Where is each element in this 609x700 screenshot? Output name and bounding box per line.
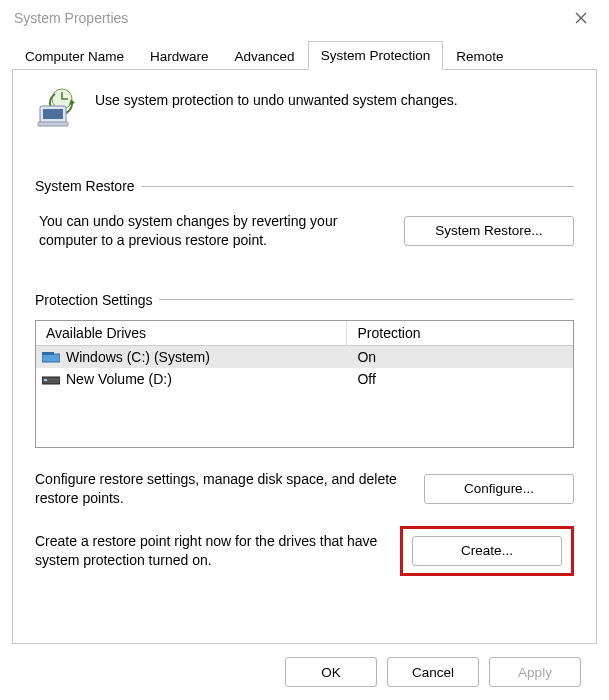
tab-computer-name[interactable]: Computer Name bbox=[12, 42, 137, 70]
configure-description: Configure restore settings, manage disk … bbox=[35, 470, 406, 508]
apply-button[interactable]: Apply bbox=[489, 657, 581, 687]
divider bbox=[141, 186, 574, 187]
col-header-protection[interactable]: Protection bbox=[347, 321, 573, 345]
drive-icon bbox=[42, 351, 60, 363]
tab-row: Computer Name Hardware Advanced System P… bbox=[12, 40, 597, 69]
drive-name: Windows (C:) (System) bbox=[66, 349, 210, 365]
intro-text: Use system protection to undo unwanted s… bbox=[95, 86, 458, 108]
configure-row: Configure restore settings, manage disk … bbox=[35, 470, 574, 508]
restore-description: You can undo system changes by reverting… bbox=[39, 212, 384, 250]
tab-advanced[interactable]: Advanced bbox=[222, 42, 308, 70]
drive-icon bbox=[42, 373, 60, 385]
group-settings-title: Protection Settings bbox=[35, 292, 153, 308]
system-properties-window: System Properties Computer Name Hardware… bbox=[0, 0, 609, 700]
tab-remote[interactable]: Remote bbox=[443, 42, 516, 70]
group-system-restore: System Restore You can undo system chang… bbox=[35, 178, 574, 280]
dialog-footer: OK Cancel Apply bbox=[12, 644, 597, 700]
svg-rect-5 bbox=[42, 354, 60, 362]
titlebar: System Properties bbox=[0, 0, 609, 36]
tab-system-protection[interactable]: System Protection bbox=[308, 41, 444, 70]
col-header-drives[interactable]: Available Drives bbox=[36, 321, 347, 345]
svg-rect-8 bbox=[44, 379, 47, 381]
system-protection-icon bbox=[35, 86, 79, 130]
tab-hardware[interactable]: Hardware bbox=[137, 42, 222, 70]
svg-rect-3 bbox=[43, 109, 63, 119]
drives-table: Available Drives Protection Windows (C:)… bbox=[35, 320, 574, 448]
table-row[interactable]: New Volume (D:) Off bbox=[36, 368, 573, 390]
drive-protection: Off bbox=[347, 371, 573, 387]
create-button[interactable]: Create... bbox=[412, 536, 562, 566]
drive-name: New Volume (D:) bbox=[66, 371, 172, 387]
svg-rect-6 bbox=[42, 352, 54, 355]
close-icon[interactable] bbox=[561, 2, 601, 34]
intro-row: Use system protection to undo unwanted s… bbox=[35, 86, 574, 130]
group-restore-title: System Restore bbox=[35, 178, 135, 194]
ok-button[interactable]: OK bbox=[285, 657, 377, 687]
system-restore-button[interactable]: System Restore... bbox=[404, 216, 574, 246]
svg-rect-4 bbox=[38, 122, 68, 126]
tab-panel: Use system protection to undo unwanted s… bbox=[12, 69, 597, 644]
create-row: Create a restore point right now for the… bbox=[35, 526, 574, 576]
table-row[interactable]: Windows (C:) (System) On bbox=[36, 346, 573, 368]
configure-button[interactable]: Configure... bbox=[424, 474, 574, 504]
drives-header: Available Drives Protection bbox=[36, 321, 573, 346]
group-protection-settings: Protection Settings Available Drives Pro… bbox=[35, 292, 574, 576]
create-highlight: Create... bbox=[400, 526, 574, 576]
cancel-button[interactable]: Cancel bbox=[387, 657, 479, 687]
create-description: Create a restore point right now for the… bbox=[35, 532, 382, 570]
client-area: Computer Name Hardware Advanced System P… bbox=[0, 36, 609, 700]
divider bbox=[159, 299, 574, 300]
drive-protection: On bbox=[347, 349, 573, 365]
window-title: System Properties bbox=[14, 10, 561, 26]
